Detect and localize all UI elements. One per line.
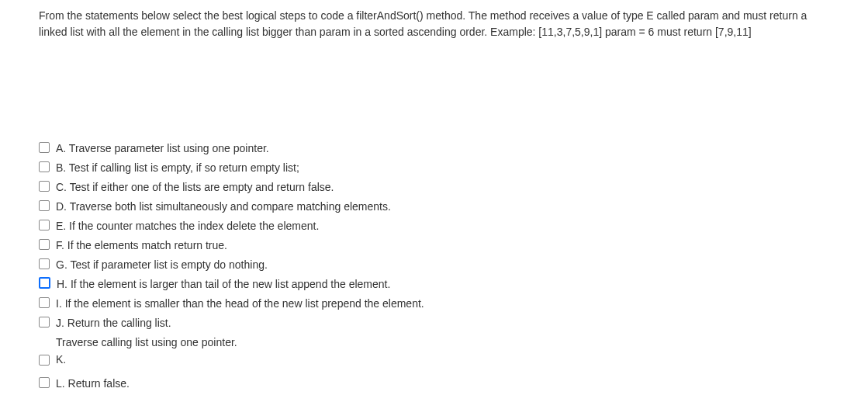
question-prompt: From the statements below select the bes… bbox=[39, 8, 829, 40]
checkbox-i[interactable] bbox=[39, 297, 50, 308]
option-k: Traverse calling list using one pointer.… bbox=[39, 335, 829, 366]
option-k-label: K. bbox=[56, 352, 66, 366]
option-f-label: F. If the elements match return true. bbox=[56, 238, 227, 252]
checkbox-e[interactable] bbox=[39, 220, 50, 230]
checkbox-f[interactable] bbox=[39, 239, 50, 250]
checkbox-k[interactable] bbox=[39, 355, 50, 366]
option-i-label: I. If the element is smaller than the he… bbox=[56, 296, 424, 310]
option-l-label: L. Return false. bbox=[56, 376, 130, 390]
option-d-label: D. Traverse both list simultaneously and… bbox=[56, 199, 391, 213]
checkbox-h[interactable] bbox=[39, 277, 50, 289]
options-list: A. Traverse parameter list using one poi… bbox=[39, 141, 829, 392]
option-b-label: B. Test if calling list is empty, if so … bbox=[56, 161, 299, 175]
option-a-label: A. Traverse parameter list using one poi… bbox=[56, 141, 269, 155]
option-l: L. Return false. bbox=[39, 376, 829, 392]
option-g: G. Test if parameter list is empty do no… bbox=[39, 258, 829, 273]
option-c-label: C. Test if either one of the lists are e… bbox=[56, 180, 334, 194]
option-g-label: G. Test if parameter list is empty do no… bbox=[56, 258, 268, 272]
checkbox-a[interactable] bbox=[39, 142, 50, 153]
option-h-label: H. If the element is larger than tail of… bbox=[57, 277, 390, 291]
checkbox-c[interactable] bbox=[39, 181, 50, 192]
checkbox-d[interactable] bbox=[39, 200, 50, 211]
option-b: B. Test if calling list is empty, if so … bbox=[39, 161, 829, 176]
option-k-text: Traverse calling list using one pointer. bbox=[56, 335, 829, 349]
checkbox-g[interactable] bbox=[39, 258, 50, 269]
option-j-label: J. Return the calling list. bbox=[56, 316, 171, 330]
option-e-label: E. If the counter matches the index dele… bbox=[56, 219, 319, 233]
checkbox-l[interactable] bbox=[39, 377, 50, 388]
option-e: E. If the counter matches the index dele… bbox=[39, 219, 829, 234]
option-c: C. Test if either one of the lists are e… bbox=[39, 180, 829, 196]
checkbox-j[interactable] bbox=[39, 317, 50, 328]
option-a: A. Traverse parameter list using one poi… bbox=[39, 141, 829, 157]
option-f: F. If the elements match return true. bbox=[39, 238, 829, 254]
checkbox-b[interactable] bbox=[39, 161, 50, 172]
option-j: J. Return the calling list. bbox=[39, 316, 829, 331]
option-i: I. If the element is smaller than the he… bbox=[39, 296, 829, 312]
option-d: D. Traverse both list simultaneously and… bbox=[39, 199, 829, 215]
option-h: H. If the element is larger than tail of… bbox=[39, 277, 829, 293]
